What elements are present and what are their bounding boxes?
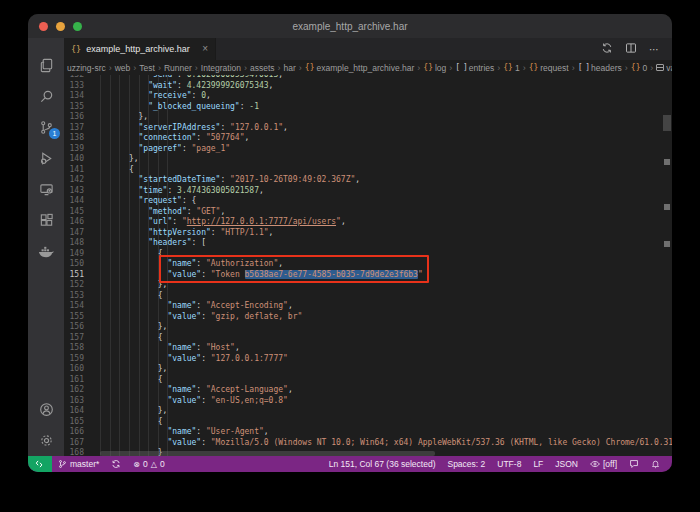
code-line-155[interactable]: 155 "value": "gzip, deflate, br" — [64, 312, 672, 323]
remote-explorer-icon[interactable] — [28, 174, 64, 205]
array-symbol-icon: [ ] — [455, 63, 466, 72]
remote-indicator[interactable] — [28, 456, 52, 472]
language-mode[interactable]: JSON — [549, 459, 584, 469]
overview-mark — [664, 159, 670, 165]
gutter-gap — [84, 238, 100, 249]
overview-ruler[interactable] — [662, 75, 672, 456]
sync-changes-button[interactable] — [105, 459, 127, 469]
code-line-161[interactable]: 161 { — [64, 375, 672, 386]
split-editor-icon[interactable] — [625, 40, 637, 58]
encoding-setting[interactable]: UTF-8 — [491, 459, 527, 469]
gutter-gap — [84, 123, 100, 134]
code-line-141[interactable]: 141 { — [64, 165, 672, 176]
cursor-position[interactable]: Ln 151, Col 67 (36 selected) — [323, 459, 442, 469]
screencast-label: [off] — [603, 459, 617, 469]
search-icon[interactable] — [28, 81, 64, 112]
breadcrumb-item[interactable]: assets — [250, 63, 275, 73]
line-number: 136 — [64, 112, 84, 123]
code-line-152[interactable]: 152 }, — [64, 280, 672, 291]
minimize-window-button[interactable] — [56, 22, 65, 31]
overview-mark — [664, 241, 670, 247]
code-line-144[interactable]: 144 "request": { — [64, 196, 672, 207]
screencast-toggle[interactable]: [off] — [584, 459, 623, 469]
breadcrumb-item[interactable]: [ ]headers — [578, 63, 622, 73]
code-line-136[interactable]: 136 }, — [64, 112, 672, 123]
line-text: "value": "Mozilla/5.0 (Windows NT 10.0; … — [100, 438, 672, 449]
explorer-icon[interactable] — [28, 50, 64, 81]
code-line-164[interactable]: 164 }, — [64, 406, 672, 417]
feedback-icon[interactable] — [623, 459, 645, 469]
code-line-145[interactable]: 145 "method": "GET", — [64, 207, 672, 218]
code-line-167[interactable]: 167 "value": "Mozilla/5.0 (Windows NT 10… — [64, 438, 672, 449]
code-line-149[interactable]: 149 { — [64, 249, 672, 260]
breadcrumb-item[interactable]: har — [284, 63, 296, 73]
source-control-icon[interactable]: 1 — [28, 112, 64, 143]
git-branch-indicator[interactable]: master* — [52, 459, 105, 469]
editor-code[interactable]: 132 "send": 0.10200000539470013,133 "wai… — [64, 75, 672, 456]
tab-close-icon[interactable]: × — [202, 44, 208, 54]
breadcrumb-item[interactable]: uzzing-src — [67, 63, 106, 73]
gutter-gap — [84, 154, 100, 165]
code-line-165[interactable]: 165 { — [64, 417, 672, 428]
zoom-window-button[interactable] — [73, 22, 82, 31]
notifications-bell-icon[interactable] — [645, 459, 666, 469]
gutter-gap — [84, 301, 100, 312]
code-line-139[interactable]: 139 "pageref": "page_1" — [64, 144, 672, 155]
code-line-148[interactable]: 148 "headers": [ — [64, 238, 672, 249]
breadcrumb-item[interactable]: {}log — [423, 63, 446, 73]
account-icon[interactable] — [28, 394, 64, 425]
code-line-146[interactable]: 146 "url": "http://127.0.0.1:7777/api/us… — [64, 217, 672, 228]
code-line-151[interactable]: 151 "value": "Token b5638ae7-6e77-4585-b… — [64, 270, 672, 281]
scrollbar-thumb[interactable] — [663, 115, 671, 131]
code-line-150[interactable]: 150 "name": "Authorization", — [64, 259, 672, 270]
code-line-137[interactable]: 137 "serverIPAddress": "127.0.0.1", — [64, 123, 672, 134]
problems-indicator[interactable]: ⊗ 0 △ 0 — [127, 459, 170, 469]
desktop-background: example_http_archive.har — [0, 0, 700, 512]
open-changes-icon[interactable] — [601, 40, 613, 58]
line-number: 166 — [64, 427, 84, 438]
breadcrumb-item[interactable]: {}0 — [631, 63, 647, 73]
gutter-gap — [84, 217, 100, 228]
settings-gear-icon[interactable] — [28, 425, 64, 456]
code-line-147[interactable]: 147 "httpVersion": "HTTP/1.1", — [64, 228, 672, 239]
code-line-134[interactable]: 134 "receive": 0, — [64, 91, 672, 102]
code-line-133[interactable]: 133 "wait": 4.423999926075343, — [64, 81, 672, 92]
code-line-156[interactable]: 156 }, — [64, 322, 672, 333]
docker-icon[interactable] — [28, 236, 64, 267]
breadcrumb-item[interactable]: value — [656, 63, 672, 73]
breadcrumb-item[interactable]: web — [115, 63, 131, 73]
breadcrumb-item[interactable]: Runner — [164, 63, 192, 73]
line-text: }, — [100, 154, 139, 165]
extensions-icon[interactable] — [28, 205, 64, 236]
gutter-gap — [84, 102, 100, 113]
breadcrumb-item[interactable]: Test — [139, 63, 155, 73]
code-line-142[interactable]: 142 "startedDateTime": "2017-10-26T09:49… — [64, 175, 672, 186]
breadcrumb-item[interactable]: {}request — [529, 63, 569, 73]
eol-setting[interactable]: LF — [527, 459, 549, 469]
more-actions-icon[interactable]: ⋯ — [649, 44, 660, 55]
run-debug-icon[interactable] — [28, 143, 64, 174]
traffic-lights — [39, 22, 82, 31]
tab-example-http-archive[interactable]: {} example_http_archive.har × — [64, 38, 216, 60]
code-line-140[interactable]: 140 }, — [64, 154, 672, 165]
breadcrumb-item[interactable]: Integration — [201, 63, 241, 73]
indentation-setting[interactable]: Spaces: 2 — [441, 459, 491, 469]
breadcrumb-item[interactable]: [ ]entries — [455, 63, 494, 73]
code-line-166[interactable]: 166 "name": "User-Agent", — [64, 427, 672, 438]
code-line-135[interactable]: 135 "_blocked_queueing": -1 — [64, 102, 672, 113]
breadcrumb-item[interactable]: {}example_http_archive.har — [305, 63, 414, 73]
code-line-157[interactable]: 157 { — [64, 333, 672, 344]
line-text: "wait": 4.423999926075343, — [100, 81, 273, 92]
code-line-138[interactable]: 138 "connection": "507764", — [64, 133, 672, 144]
code-line-143[interactable]: 143 "time": 3.474363005021587, — [64, 186, 672, 197]
code-line-163[interactable]: 163 "value": "en-US,en;q=0.8" — [64, 396, 672, 407]
code-line-159[interactable]: 159 "value": "127.0.0.1:7777" — [64, 354, 672, 365]
code-line-153[interactable]: 153 { — [64, 291, 672, 302]
breadcrumb-item[interactable]: {}1 — [503, 63, 519, 73]
code-line-162[interactable]: 162 "name": "Accept-Language", — [64, 385, 672, 396]
code-line-160[interactable]: 160 }, — [64, 364, 672, 375]
gutter-gap — [84, 186, 100, 197]
close-window-button[interactable] — [39, 22, 48, 31]
code-line-158[interactable]: 158 "name": "Host", — [64, 343, 672, 354]
code-line-154[interactable]: 154 "name": "Accept-Encoding", — [64, 301, 672, 312]
